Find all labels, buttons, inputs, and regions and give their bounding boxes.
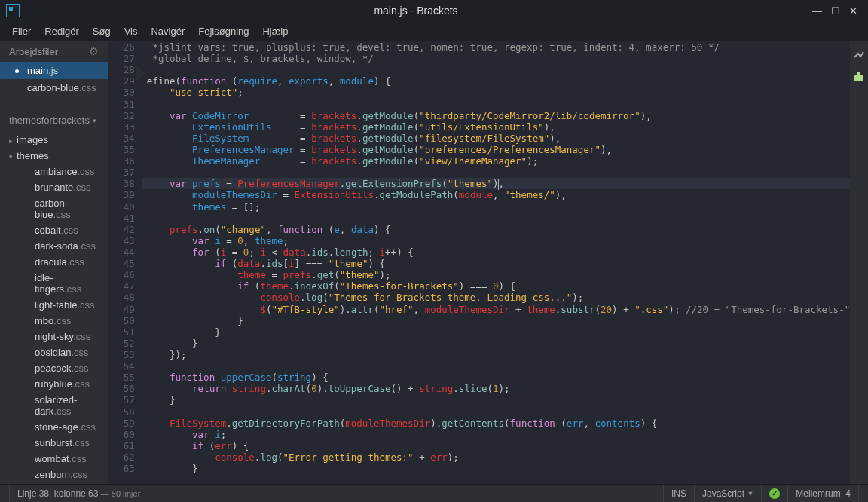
file-item[interactable]: dark-soda.css	[0, 238, 108, 254]
svg-rect-1	[857, 72, 860, 75]
folder-themes[interactable]: ▾themes	[0, 148, 108, 164]
status-lint-ok[interactable]: ✓	[762, 485, 788, 502]
file-item[interactable]: rubyblue.css	[0, 376, 108, 392]
maximize-button[interactable]: ☐	[831, 5, 840, 17]
live-preview-icon[interactable]	[853, 50, 865, 60]
gear-icon[interactable]: ⚙	[89, 45, 99, 57]
file-item[interactable]: dracula.css	[0, 254, 108, 270]
status-language[interactable]: JavaScript ▼	[695, 485, 762, 502]
menu-naviger[interactable]: Navigér	[145, 23, 191, 39]
svg-rect-0	[854, 75, 863, 81]
file-item[interactable]: sunburst.css	[0, 435, 108, 451]
status-ins[interactable]: INS	[663, 485, 695, 502]
project-header[interactable]: themesforbrackets ▾	[0, 110, 108, 130]
editor[interactable]: 2627282930313233343536373839404142434445…	[108, 41, 850, 484]
chevron-down-icon: ▾	[93, 117, 96, 124]
line-gutter: 2627282930313233343536373839404142434445…	[108, 41, 142, 484]
menu-rediger[interactable]: Redigér	[38, 23, 85, 39]
active-file-pointer	[136, 64, 145, 82]
statusbar: Linje 38, kolonne 63 — 80 linjer INS Jav…	[0, 484, 868, 502]
working-file[interactable]: carbon-blue.css	[0, 79, 108, 96]
file-item[interactable]: obsidian.css	[0, 344, 108, 360]
right-toolbar	[850, 41, 868, 484]
titlebar: main.js - Brackets — ☐ ✕	[0, 0, 868, 21]
menu-filer[interactable]: Filer	[6, 23, 37, 39]
file-item[interactable]: night-sky.css	[0, 329, 108, 344]
file-item[interactable]: .csslintrc	[0, 482, 108, 484]
file-item[interactable]: mbo.css	[0, 313, 108, 329]
minimize-button[interactable]: —	[812, 5, 822, 17]
file-item[interactable]: ambiance.css	[0, 164, 108, 179]
extension-manager-icon[interactable]	[853, 71, 865, 81]
working-file[interactable]: main.js	[0, 62, 108, 79]
status-cursor[interactable]: Linje 38, kolonne 63 — 80 linjer	[9, 485, 148, 502]
menu-vis[interactable]: Vis	[118, 23, 144, 39]
status-spaces[interactable]: Mellemrum: 4	[788, 485, 859, 502]
window-title: main.js - Brackets	[20, 5, 812, 17]
file-item[interactable]: light-table.css	[0, 297, 108, 313]
file-item[interactable]: carbon-blue.css	[0, 195, 108, 222]
menu-sog[interactable]: Søg	[87, 23, 117, 39]
working-files-header: Arbejdsfiler ⚙	[0, 41, 108, 62]
sidebar: Arbejdsfiler ⚙ main.jscarbon-blue.css th…	[0, 41, 108, 484]
file-item[interactable]: brunante.css	[0, 179, 108, 195]
file-item[interactable]: wombat.css	[0, 451, 108, 467]
menu-fejlsogning[interactable]: Fejlsøgning	[192, 23, 255, 39]
file-item[interactable]: zenburn.css	[0, 467, 108, 482]
file-item[interactable]: peacock.css	[0, 360, 108, 376]
menu-hjaelp[interactable]: Hjælp	[256, 23, 294, 39]
close-button[interactable]: ✕	[849, 5, 857, 17]
code-area[interactable]: *jslint vars: true, plusplus: true, deve…	[142, 41, 850, 484]
file-item[interactable]: idle-fingers.css	[0, 270, 108, 297]
app-icon	[6, 4, 20, 17]
menubar: Filer Redigér Søg Vis Navigér Fejlsøgnin…	[0, 21, 868, 41]
file-item[interactable]: stone-age.css	[0, 419, 108, 435]
file-item[interactable]: solarized-dark.css	[0, 392, 108, 419]
file-item[interactable]: cobalt.css	[0, 222, 108, 238]
folder-images[interactable]: ▸images	[0, 132, 108, 148]
